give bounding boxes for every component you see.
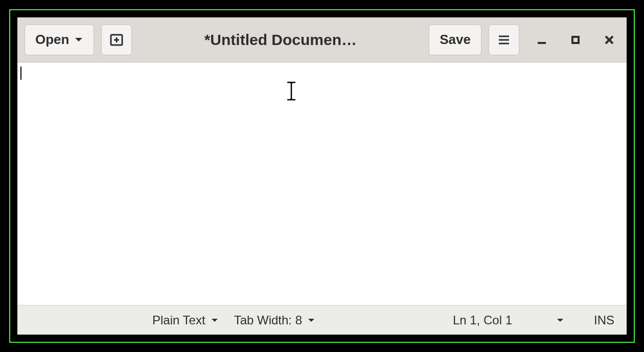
chevron-down-icon: [211, 318, 219, 323]
chevron-down-icon: [307, 318, 315, 323]
svg-rect-6: [538, 42, 546, 44]
maximize-button[interactable]: [565, 30, 586, 50]
svg-rect-7: [572, 37, 579, 43]
hamburger-icon: [498, 35, 510, 45]
tab-width-label: Tab Width: 8: [234, 313, 302, 327]
minimize-icon: [536, 34, 547, 46]
cursor-position-indicator[interactable]: Ln 1, Col 1: [453, 313, 512, 327]
window-controls: [532, 30, 619, 50]
close-button[interactable]: [599, 30, 619, 50]
syntax-mode-label: Plain Text: [152, 313, 205, 327]
editor-window: Open *Untitled Documen… Save: [17, 17, 627, 335]
status-bar: Plain Text Tab Width: 8 Ln 1, Col 1 INS: [17, 305, 627, 335]
line-ending-selector[interactable]: [556, 318, 564, 323]
chevron-down-icon: [74, 37, 83, 43]
document-title: *Untitled Documen…: [139, 31, 422, 49]
tab-width-selector[interactable]: Tab Width: 8: [234, 313, 315, 327]
maximize-icon: [570, 34, 581, 46]
hamburger-menu-button[interactable]: [489, 25, 519, 55]
syntax-mode-selector[interactable]: Plain Text: [152, 313, 219, 327]
header-bar: Open *Untitled Documen… Save: [17, 17, 627, 62]
close-icon: [604, 34, 615, 46]
text-editor-area[interactable]: [17, 62, 627, 305]
ibeam-cursor-icon: [286, 81, 296, 101]
new-tab-button[interactable]: [101, 25, 132, 55]
minimize-button[interactable]: [532, 30, 552, 50]
new-tab-icon: [109, 32, 124, 48]
text-caret: [20, 67, 21, 80]
insert-mode-label: INS: [594, 313, 614, 327]
chevron-down-icon: [556, 318, 564, 323]
save-button-label: Save: [440, 32, 471, 48]
cursor-position-label: Ln 1, Col 1: [453, 313, 512, 327]
open-button[interactable]: Open: [25, 25, 94, 55]
insert-mode-indicator[interactable]: INS: [594, 313, 614, 327]
save-button[interactable]: Save: [429, 25, 481, 55]
open-button-label: Open: [35, 32, 69, 48]
